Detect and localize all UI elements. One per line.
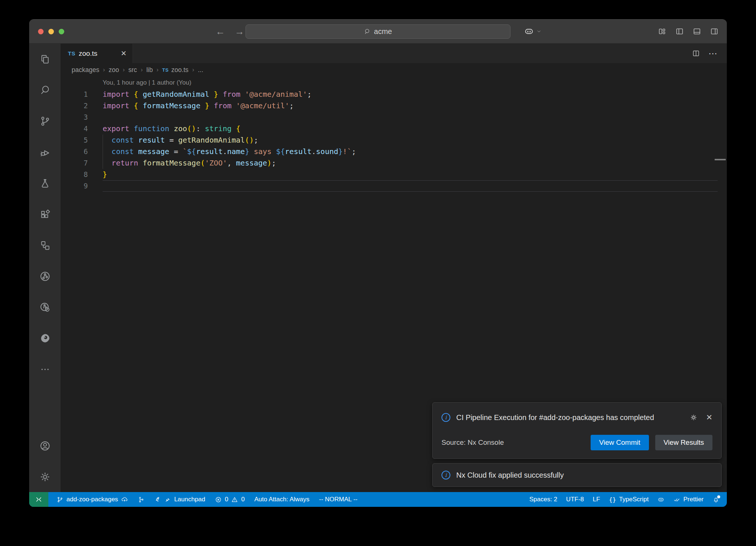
code-line[interactable]: 7 return formatMessage('ZOO', message); [61,157,727,169]
code-line[interactable]: 9 [61,180,727,192]
braces-icon: {} [609,496,616,503]
nx-cloud-icon [39,301,51,313]
sidebar-item-source-control[interactable] [29,106,61,137]
status-encoding[interactable]: UTF-8 [566,496,584,503]
editor-more-actions-icon[interactable]: ⋯ [708,48,718,59]
error-count: 0 [225,496,228,503]
breadcrumb-item[interactable]: lib [146,66,153,74]
code-line[interactable]: 2import { formatMessage } from '@acme/ut… [61,100,727,112]
command-center-search[interactable]: acme [245,24,511,39]
language-label: TypeScript [619,496,649,503]
toggle-panel-icon[interactable] [693,27,701,36]
sidebar-item-run-debug[interactable] [29,137,61,168]
code-line[interactable]: 6 const message = `${result.name} says $… [61,146,727,157]
sidebar-item-nx-cloud[interactable] [29,292,61,323]
line-number[interactable]: 7 [61,157,88,169]
breadcrumb-separator: › [157,66,158,73]
sidebar-item-extensions[interactable] [29,199,61,230]
sidebar-item-account[interactable] [29,430,61,461]
forward-arrow-icon[interactable]: → [235,26,244,37]
notification-settings-gear-icon[interactable] [690,413,698,422]
status-branch[interactable]: add-zoo-packages [56,496,128,503]
sidebar-item-edge-browser[interactable] [29,323,61,354]
close-tab-icon[interactable]: ✕ [121,49,127,58]
breadcrumb-item[interactable]: ... [198,66,203,74]
breadcrumb-item[interactable]: packages [72,66,99,74]
code-line[interactable]: 8} [61,169,727,180]
more-icon [39,364,51,375]
git-blame-annotation: You, 1 hour ago | 1 author (You) [103,76,191,89]
notification-close-icon[interactable]: ✕ [706,413,712,422]
remote-indicator[interactable] [29,492,48,507]
sidebar-item-nx-console[interactable] [29,261,61,292]
warning-count: 0 [241,496,244,503]
vscode-window: ← → acme [29,19,727,507]
toggle-primary-sidebar-icon[interactable] [675,27,684,36]
status-formatter[interactable]: Prettier [673,496,704,503]
maximize-window-button[interactable] [59,29,64,34]
toggle-secondary-sidebar-icon[interactable] [710,27,719,36]
status-eol[interactable]: LF [593,496,600,503]
close-window-button[interactable] [38,29,44,34]
status-notifications-bell[interactable] [712,496,719,503]
breadcrumb: packages›zoo›src›lib›TSzoo.ts›... [61,63,727,76]
files-icon [39,53,51,65]
customize-layout-icon[interactable] [658,27,667,36]
notification-toast-nx-cloud: i Nx Cloud fix applied successfully [432,463,722,487]
extensions-icon [39,208,51,220]
status-problems[interactable]: 0 0 [215,496,245,503]
git-graph-icon [138,496,145,503]
status-vim-mode[interactable]: -- NORMAL -- [319,496,357,503]
back-arrow-icon[interactable]: ← [216,26,225,37]
status-indentation[interactable]: Spaces: 2 [529,496,557,503]
tab-label: zoo.ts [79,50,117,58]
gear-icon [39,471,51,483]
sidebar-item-remote-explorer[interactable] [29,230,61,261]
code-line[interactable]: 5 const result = getRandomAnimal(); [61,134,727,146]
code-line[interactable]: 4export function zoo(): string { [61,123,727,134]
info-icon: i [441,413,450,422]
split-editor-icon[interactable] [692,49,700,58]
spaces-label: Spaces: 2 [529,496,557,503]
breadcrumb-item[interactable]: TSzoo.ts [162,66,188,74]
breadcrumb-item[interactable]: zoo [109,66,119,74]
auto-attach-label: Auto Attach: Always [254,496,309,503]
line-number[interactable]: 9 [61,180,88,192]
minimize-window-button[interactable] [48,29,54,34]
status-source-control-graph[interactable] [138,496,145,503]
tab-bar: TS zoo.ts ✕ ⋯ [61,44,727,63]
line-number[interactable]: 5 [61,134,88,146]
plug-icon [164,496,171,503]
view-results-button[interactable]: View Results [655,435,712,450]
status-copilot[interactable] [657,496,664,503]
rocket-icon [154,496,161,503]
sidebar-item-search[interactable] [29,75,61,106]
sidebar-item-explorer[interactable] [29,44,61,75]
sidebar-item-settings[interactable] [29,461,61,492]
line-number[interactable]: 4 [61,123,88,134]
line-number[interactable]: 2 [61,100,88,112]
chevron-down-icon [536,29,542,34]
status-language[interactable]: {} TypeScript [609,496,649,503]
copilot-menu[interactable] [524,26,542,37]
notification-message: CI Pipeline Execution for #add-zoo-packa… [456,411,659,424]
sidebar-item-more[interactable] [29,354,61,385]
vim-mode-label: -- NORMAL -- [319,496,357,503]
status-bar: add-zoo-packages Launchpad 0 0 Auto Atta… [29,492,727,507]
view-commit-button[interactable]: View Commit [591,435,649,450]
tab-zoo-ts[interactable]: TS zoo.ts ✕ [61,44,133,63]
code-line[interactable]: 3 [61,112,727,123]
branch-name: add-zoo-packages [66,496,118,503]
status-launchpad[interactable]: Launchpad [154,496,205,503]
line-number[interactable]: 1 [61,89,88,100]
git-branch-icon [56,496,63,503]
line-number[interactable]: 6 [61,146,88,157]
sidebar-item-testing[interactable] [29,168,61,199]
breadcrumb-item[interactable]: src [128,66,137,74]
line-number[interactable]: 3 [61,112,88,123]
status-auto-attach[interactable]: Auto Attach: Always [254,496,309,503]
launchpad-label: Launchpad [174,496,205,503]
code-line[interactable]: 1import { getRandomAnimal } from '@acme/… [61,89,727,100]
line-number[interactable]: 8 [61,169,88,180]
eol-label: LF [593,496,600,503]
